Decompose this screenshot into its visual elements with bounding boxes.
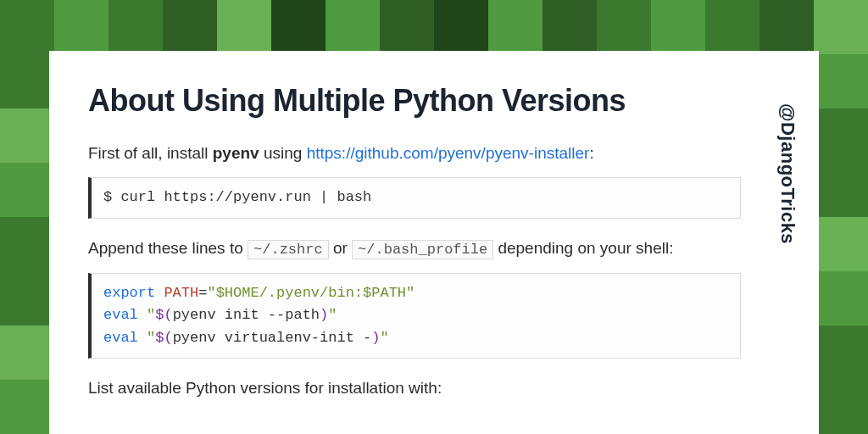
tok-kw: export <box>103 285 155 301</box>
tok-body: pyenv init --path <box>173 307 320 323</box>
tok-eq: = <box>198 285 207 301</box>
tok-quote: " <box>328 307 337 323</box>
intro-bold: pyenv <box>213 144 259 162</box>
article-card: About Using Multiple Python Versions Fir… <box>49 51 819 434</box>
tok-kw: eval <box>103 330 138 346</box>
intro-paragraph: First of all, install pyenv using https:… <box>88 141 741 165</box>
page-title: About Using Multiple Python Versions <box>88 83 741 119</box>
tok-quote: " <box>147 307 155 323</box>
intro-text-mid: using <box>259 144 307 162</box>
tok-var: PATH <box>155 285 198 301</box>
inline-code-bash-profile: ~/.bash_profile <box>352 240 493 259</box>
inline-code-zshrc: ~/.zshrc <box>248 240 329 259</box>
append-or: or <box>329 239 352 257</box>
author-handle[interactable]: @DjangoTricks <box>776 103 798 244</box>
code-block-install: $ curl https://pyenv.run | bash <box>88 177 741 218</box>
append-text-1: Append these lines to <box>88 239 248 257</box>
tok-body: pyenv virtualenv-init - <box>173 330 372 346</box>
pyenv-installer-link[interactable]: https://github.com/pyenv/pyenv-installer <box>307 144 590 162</box>
tok-sp <box>138 307 147 323</box>
tok-close: ) <box>371 330 380 346</box>
tok-quote: " <box>380 330 388 346</box>
tok-open: $( <box>155 307 172 323</box>
tok-kw: eval <box>103 307 138 323</box>
code-block-shellrc: export PATH="$HOME/.pyenv/bin:$PATH" eva… <box>88 273 741 359</box>
tok-quote: " <box>147 330 155 346</box>
tok-close: ) <box>320 307 328 323</box>
intro-text-suffix: : <box>589 144 593 162</box>
intro-text-prefix: First of all, install <box>88 144 213 162</box>
tok-str: "$HOME/.pyenv/bin:$PATH" <box>207 285 415 301</box>
list-versions-paragraph: List available Python versions for insta… <box>88 376 741 400</box>
append-paragraph: Append these lines to ~/.zshrc or ~/.bas… <box>88 236 741 261</box>
tok-sp <box>138 330 147 346</box>
append-text-2: depending on your shell: <box>493 239 673 257</box>
article-content: About Using Multiple Python Versions Fir… <box>88 83 741 413</box>
tok-open: $( <box>155 330 172 346</box>
